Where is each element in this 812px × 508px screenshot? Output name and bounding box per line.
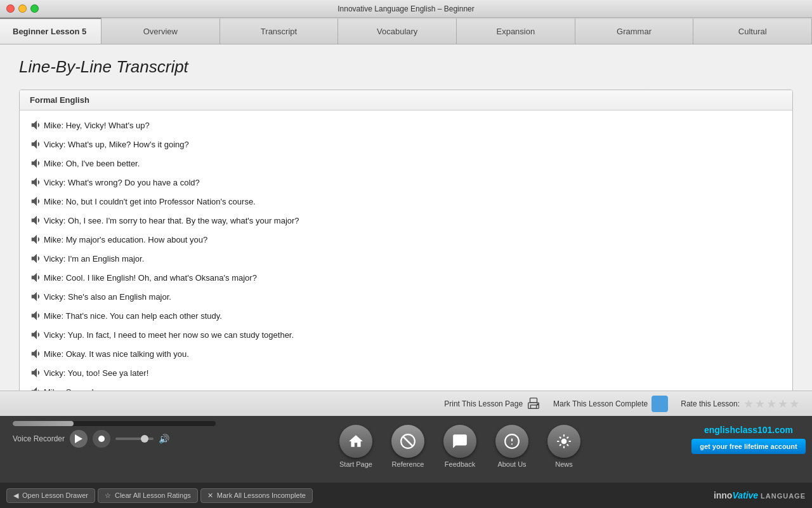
star-2[interactable]: ★ — [755, 397, 765, 411]
maximize-button[interactable] — [30, 4, 39, 13]
news-label: News — [555, 460, 573, 468]
clear-ratings-button[interactable]: ☆ Clear All Lesson Ratings — [98, 488, 198, 503]
transcript-line: Vicky: She's also an English major. — [20, 287, 792, 306]
transcript-line: Vicky: Yup. In fact, I need to meet her … — [20, 325, 792, 344]
svg-line-7 — [403, 436, 412, 446]
transcript-header: Formal English — [20, 90, 792, 110]
tab-overview[interactable]: Overview — [102, 18, 220, 44]
speaker-icon[interactable] — [30, 213, 44, 227]
star-rating[interactable]: ★ ★ ★ ★ ★ — [743, 397, 799, 411]
rate-label: Rate this Lesson: — [681, 399, 740, 408]
transcript-line: Vicky: Oh, I see. I'm sorry to hear that… — [20, 211, 792, 230]
transcript-line: Mike: My major's education. How about yo… — [20, 230, 792, 249]
nav-reference[interactable]: Reference — [391, 425, 424, 468]
window-title: Innovative Language English – Beginner — [337, 4, 475, 13]
minimize-button[interactable] — [18, 4, 27, 13]
start-page-icon — [339, 425, 372, 458]
print-action[interactable]: Print This Lesson Page — [444, 397, 540, 411]
about-us-icon — [495, 425, 528, 458]
speaker-icon[interactable] — [30, 156, 44, 170]
transcript-line: Mike: Cool. I like English! Oh, and what… — [20, 268, 792, 287]
speaker-icon[interactable] — [30, 251, 44, 265]
svg-point-10 — [511, 443, 513, 444]
speaker-icon[interactable] — [30, 347, 44, 361]
mark-incomplete-button[interactable]: ✕ Mark All Lessons Incomplete — [200, 488, 313, 503]
player-bar: Voice Recorder 🔊 Start Page — [0, 416, 812, 483]
speaker-icon[interactable] — [30, 118, 44, 132]
speaker-icon[interactable] — [30, 232, 44, 246]
about-us-label: About Us — [497, 460, 526, 468]
complete-action[interactable]: Mark This Lesson Complete — [553, 396, 668, 412]
logo-language: LANGUAGE — [761, 492, 806, 500]
promo-site: englishclass101.com — [691, 425, 806, 435]
progress-fill — [13, 421, 74, 426]
star-4[interactable]: ★ — [778, 397, 788, 411]
recorder-label: Voice Recorder — [13, 434, 65, 443]
complete-button[interactable] — [652, 396, 668, 412]
volume-slider[interactable] — [115, 438, 154, 440]
bottom-logo: innoVative LANGUAGE — [714, 490, 806, 500]
transcript-line: Vicky: What's wrong? Do you have a cold? — [20, 173, 792, 192]
speaker-icon[interactable] — [30, 271, 44, 284]
close-button[interactable] — [6, 4, 15, 13]
volume-thumb — [141, 435, 148, 443]
promo-button[interactable]: get your free lifetime account — [691, 439, 806, 454]
play-button[interactable] — [70, 430, 88, 448]
tab-expansion[interactable]: Expansion — [457, 18, 575, 44]
bottom-bar: ◀ Open Lesson Drawer ☆ Clear All Lesson … — [0, 483, 812, 508]
progress-bar[interactable] — [13, 421, 216, 426]
promo-area: englishclass101.com get your free lifeti… — [685, 421, 812, 458]
transcript-line: Mike: That's nice. You can help each oth… — [20, 306, 792, 325]
tab-grammar[interactable]: Grammar — [575, 18, 694, 44]
mark-incomplete-label: Mark All Lessons Incomplete — [217, 491, 306, 499]
drawer-icon: ◀ — [13, 491, 18, 500]
transcript-line: Vicky: I'm an English major. — [20, 249, 792, 268]
speaker-icon[interactable] — [30, 385, 44, 391]
clear-ratings-label: Clear All Lesson Ratings — [115, 491, 191, 499]
transcript-line: Mike: See ya! — [20, 382, 792, 391]
speaker-icon[interactable] — [30, 309, 44, 323]
tab-bar: Beginner Lesson 5 Overview Transcript Vo… — [0, 18, 812, 44]
tab-cultural[interactable]: Cultural — [693, 18, 812, 44]
nav-start-page[interactable]: Start Page — [339, 425, 372, 468]
content-area: Line-By-Line Transcript Formal English M… — [0, 44, 812, 391]
print-icon — [527, 397, 540, 411]
svg-point-11 — [561, 439, 567, 444]
transcript-box: Formal English Mike: Hey, Vicky! What's … — [19, 90, 793, 391]
logo-inno: inno — [714, 490, 733, 500]
nav-news[interactable]: News — [547, 425, 580, 468]
recorder-row: Voice Recorder 🔊 — [13, 430, 228, 448]
speaker-icon[interactable] — [30, 194, 44, 208]
speaker-icon[interactable] — [30, 328, 44, 342]
nav-icons: Start Page Reference Feedback About Us — [235, 421, 685, 468]
window-controls — [6, 4, 39, 13]
player-left: Voice Recorder 🔊 — [0, 421, 235, 448]
page-title: Line-By-Line Transcript — [19, 57, 793, 77]
star-1[interactable]: ★ — [743, 397, 754, 411]
active-tab[interactable]: Beginner Lesson 5 — [0, 18, 102, 44]
speaker-icon[interactable] — [30, 290, 44, 304]
stop-button[interactable] — [93, 430, 110, 448]
volume-icon: 🔊 — [159, 434, 169, 444]
transcript-line: Vicky: What's up, Mike? How's it going? — [20, 135, 792, 154]
bottom-bar-left: ◀ Open Lesson Drawer ☆ Clear All Lesson … — [6, 488, 313, 503]
speaker-icon[interactable] — [30, 366, 44, 380]
speaker-icon[interactable] — [30, 175, 44, 189]
open-lesson-drawer-button[interactable]: ◀ Open Lesson Drawer — [6, 488, 95, 503]
svg-marker-4 — [75, 434, 82, 443]
transcript-line: Mike: Okay. It was nice talking with you… — [20, 344, 792, 363]
tab-transcript[interactable]: Transcript — [220, 18, 339, 44]
nav-about-us[interactable]: About Us — [495, 425, 528, 468]
star-3[interactable]: ★ — [766, 397, 776, 411]
nav-feedback[interactable]: Feedback — [443, 425, 476, 468]
star-5[interactable]: ★ — [789, 397, 799, 411]
feedback-icon — [443, 425, 476, 458]
tab-vocabulary[interactable]: Vocabulary — [338, 18, 457, 44]
feedback-label: Feedback — [445, 460, 475, 468]
reference-label: Reference — [392, 460, 424, 468]
svg-rect-0 — [530, 398, 537, 402]
speaker-icon[interactable] — [30, 137, 44, 151]
titlebar: Innovative Language English – Beginner — [0, 0, 812, 18]
news-icon — [547, 425, 580, 458]
x-icon: ✕ — [207, 491, 213, 500]
